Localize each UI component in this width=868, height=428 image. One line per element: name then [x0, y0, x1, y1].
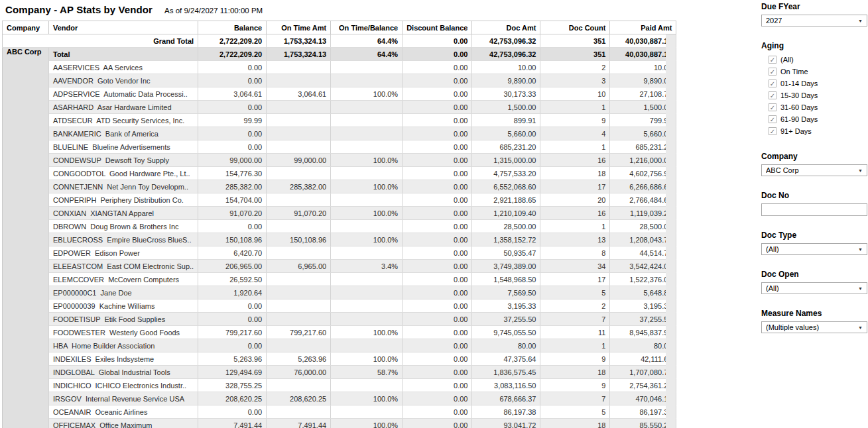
checkbox-checkmark-icon[interactable]: ✓ [769, 68, 776, 76]
value-cell[interactable]: 10 [540, 87, 610, 101]
value-cell[interactable]: 799,217.60 [198, 326, 267, 339]
vendor-cell[interactable]: OFFICEMAX Office Maximum [49, 419, 198, 428]
value-cell[interactable]: 1,500.00 [472, 101, 540, 114]
value-cell[interactable]: 5 [540, 286, 610, 299]
value-cell[interactable] [267, 286, 331, 299]
value-cell[interactable]: 285,382.00 [198, 180, 267, 193]
value-cell[interactable]: 100.0% [331, 207, 403, 220]
value-cell[interactable] [331, 405, 403, 419]
value-cell[interactable]: 10.00 [472, 61, 540, 74]
value-cell[interactable]: 0.00 [403, 392, 472, 405]
vendor-cell[interactable]: CONNETJENN Net Jenn Toy Developm.. [49, 180, 198, 193]
value-cell[interactable]: 99,000.00 [198, 154, 267, 167]
value-cell[interactable]: 99,000.00 [267, 154, 331, 167]
value-cell[interactable]: 0.00 [403, 87, 472, 101]
value-cell[interactable]: 7 [540, 313, 610, 326]
value-cell[interactable]: 150,108.96 [198, 233, 267, 246]
vendor-cell[interactable]: EP000000C1 Jane Doe [49, 286, 198, 299]
value-cell[interactable]: 0.00 [403, 154, 472, 167]
value-cell[interactable]: 100.0% [331, 326, 403, 339]
value-cell[interactable] [267, 114, 331, 127]
value-cell[interactable] [267, 61, 331, 74]
value-cell[interactable]: 17 [540, 273, 610, 286]
value-cell[interactable]: 0.00 [403, 207, 472, 220]
value-cell[interactable] [331, 127, 403, 140]
column-header[interactable]: On Time Amt [267, 21, 331, 34]
total-label[interactable]: Total [49, 48, 198, 61]
value-cell[interactable]: 678,666.37 [472, 392, 540, 405]
value-cell[interactable]: 129,494.69 [198, 366, 267, 379]
value-cell[interactable]: 0.00 [403, 366, 472, 379]
vendor-cell[interactable]: CONGOODTOL Good Hardware Pte., Lt.. [49, 167, 198, 180]
value-cell[interactable]: 26,592.50 [198, 273, 267, 286]
value-cell[interactable]: 0.00 [403, 233, 472, 246]
checkbox-checkmark-icon[interactable]: ✓ [769, 80, 776, 87]
value-cell[interactable]: 100.0% [331, 180, 403, 193]
vendor-cell[interactable]: CONXIAN XIANGTAN Apparel [49, 207, 198, 220]
value-cell[interactable]: 100.0% [331, 419, 403, 428]
value-cell[interactable] [267, 313, 331, 326]
value-cell[interactable]: 9 [540, 114, 610, 127]
value-cell[interactable]: 2,722,209.20 [198, 34, 267, 48]
vendor-cell[interactable]: ELEEASTCOM East COM Electronic Sup.. [49, 260, 198, 273]
value-cell[interactable]: 6,552,068.60 [472, 180, 540, 193]
vertical-scrollbar[interactable] [666, 34, 676, 428]
value-cell[interactable]: 3,195.33 [472, 299, 540, 313]
checkbox-checkmark-icon[interactable]: ✓ [769, 91, 776, 99]
due-fyear-dropdown[interactable]: 2027 ▼ [761, 15, 867, 27]
value-cell[interactable]: 0.00 [198, 339, 267, 352]
column-header[interactable]: Vendor [49, 21, 198, 34]
value-cell[interactable]: 3,083,116.50 [472, 379, 540, 392]
value-cell[interactable]: 1,836,575.45 [472, 366, 540, 379]
value-cell[interactable]: 0.00 [403, 114, 472, 127]
value-cell[interactable] [331, 114, 403, 127]
value-cell[interactable] [331, 313, 403, 326]
vendor-cell[interactable]: HBA Home Builder Association [49, 339, 198, 352]
value-cell[interactable]: 0.00 [403, 405, 472, 419]
value-cell[interactable]: 100.0% [331, 233, 403, 246]
value-cell[interactable]: 0.00 [198, 220, 267, 233]
vendor-cell[interactable]: BANKAMERIC Bank of America [49, 127, 198, 140]
vendor-cell[interactable]: CONPERIPH Periphery Distribution Co. [49, 193, 198, 207]
vendor-cell[interactable]: AAVENDOR Goto Vendor Inc [49, 74, 198, 87]
aging-option[interactable]: ✓31-60 Days [761, 101, 867, 113]
value-cell[interactable]: 0.00 [403, 273, 472, 286]
value-cell[interactable]: 0.00 [403, 180, 472, 193]
checkbox-checkmark-icon[interactable]: ✓ [769, 56, 776, 64]
value-cell[interactable]: 685,231.20 [472, 140, 540, 154]
value-cell[interactable]: 1 [540, 220, 610, 233]
value-cell[interactable]: 50,935.47 [472, 246, 540, 260]
value-cell[interactable]: 0.00 [198, 140, 267, 154]
value-cell[interactable]: 93,041.72 [472, 419, 540, 428]
vendor-cell[interactable]: EBLUECROSS Empire BlueCross BlueS.. [49, 233, 198, 246]
measure-names-dropdown[interactable]: (Multiple values) ▼ [761, 321, 867, 333]
value-cell[interactable]: 7 [540, 392, 610, 405]
value-cell[interactable] [267, 220, 331, 233]
value-cell[interactable]: 1,920.64 [198, 286, 267, 299]
vendor-cell[interactable]: EDPOWER Edison Power [49, 246, 198, 260]
value-cell[interactable]: 3,064.61 [267, 87, 331, 101]
value-cell[interactable]: 64.4% [331, 34, 403, 48]
value-cell[interactable]: 9,745,055.50 [472, 326, 540, 339]
company-cell[interactable]: ABC Corp [3, 48, 49, 428]
grand-total-label[interactable]: Grand Total [3, 34, 198, 48]
value-cell[interactable]: 0.00 [403, 326, 472, 339]
value-cell[interactable]: 0.00 [198, 299, 267, 313]
value-cell[interactable] [331, 273, 403, 286]
value-cell[interactable]: 100.0% [331, 154, 403, 167]
value-cell[interactable]: 0.00 [403, 140, 472, 154]
vendor-cell[interactable]: BLUELINE Blueline Advertisements [49, 140, 198, 154]
value-cell[interactable]: 64.4% [331, 48, 403, 61]
value-cell[interactable] [331, 101, 403, 114]
value-cell[interactable]: 3,749,389.00 [472, 260, 540, 273]
value-cell[interactable]: 0.00 [403, 48, 472, 61]
vendor-cell[interactable]: FOODWESTER Westerly Good Foods [49, 326, 198, 339]
value-cell[interactable]: 2 [540, 299, 610, 313]
value-cell[interactable]: 899.91 [472, 114, 540, 127]
vendor-cell[interactable]: ELEMCCOVER McCovern Computers [49, 273, 198, 286]
value-cell[interactable]: 154,704.00 [198, 193, 267, 207]
value-cell[interactable]: 1 [540, 140, 610, 154]
value-cell[interactable]: 0.00 [403, 419, 472, 428]
vendor-cell[interactable]: ADPSERVICE Automatic Data Processi.. [49, 87, 198, 101]
value-cell[interactable]: 100.0% [331, 87, 403, 101]
